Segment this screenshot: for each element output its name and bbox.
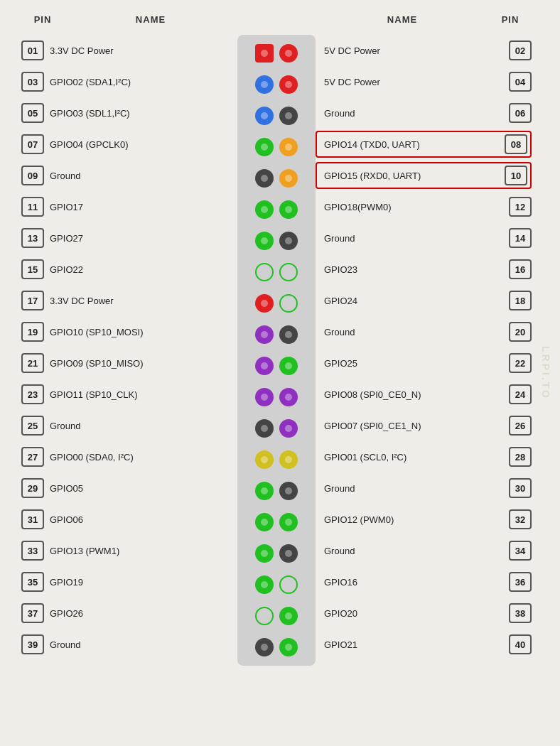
- right-pin-num: 38: [509, 603, 532, 623]
- left-pin-name: GPIO06: [50, 514, 237, 525]
- right-dot-26: [279, 419, 298, 438]
- dot-pair-17: [237, 569, 316, 600]
- dot-pair-8: [237, 288, 316, 319]
- right-dot-12: [279, 200, 298, 219]
- left-pin-name: GPIO13 (PWM1): [50, 546, 237, 556]
- header-name-left: NAME: [64, 14, 237, 25]
- left-pin-row-21: 21 GPIO09 (SP10_MISO): [21, 347, 237, 379]
- dot-pair-4: [237, 163, 316, 194]
- left-pin-row-37: 37 GPIO26: [21, 598, 237, 629]
- right-pin-num: 32: [509, 509, 532, 529]
- right-pin-name: GPIO14 (TXD0, UART): [324, 139, 499, 150]
- right-pin-name: GPIO15 (RXD0, UART): [324, 171, 499, 181]
- right-pin-row-14: Ground 14: [316, 222, 532, 254]
- dot-pair-1: [237, 69, 316, 100]
- right-pin-name: GPIO21: [320, 639, 503, 650]
- right-pin-num: 24: [509, 384, 532, 404]
- right-pin-name: GPIO12 (PWM0): [320, 514, 503, 525]
- left-dot-23: [255, 388, 274, 406]
- right-pin-name: Ground: [320, 483, 503, 494]
- dot-pair-15: [237, 507, 316, 538]
- left-pin-num: 09: [21, 166, 44, 185]
- left-dot-01: [255, 44, 274, 63]
- right-pin-row-08: GPIO14 (TXD0, UART) 08: [316, 129, 532, 160]
- right-pin-row-16: GPIO23 16: [316, 254, 532, 285]
- left-pin-num: 31: [21, 509, 44, 529]
- right-pin-num: 20: [509, 322, 532, 342]
- left-dot-05: [255, 107, 274, 125]
- left-pin-name: Ground: [50, 639, 237, 650]
- right-dot-36: [279, 575, 298, 594]
- left-dot-09: [255, 169, 274, 188]
- right-pin-row-18: GPIO24 18: [316, 285, 532, 316]
- right-pin-row-36: GPIO16 36: [316, 566, 532, 598]
- dot-pair-7: [237, 256, 316, 288]
- left-pin-name: 3.3V DC Power: [50, 45, 237, 56]
- left-pin-row-33: 33 GPIO13 (PWM1): [21, 535, 237, 566]
- right-pin-name: GPIO24: [320, 296, 503, 306]
- left-pin-name: GPIO09 (SP10_MISO): [50, 358, 237, 369]
- left-pin-row-05: 05 GPIO03 (SDL1,I²C): [21, 97, 237, 129]
- left-pin-name: GPIO27: [50, 233, 237, 244]
- left-dot-25: [255, 419, 274, 438]
- highlight-box-10: GPIO15 (RXD0, UART) 10: [316, 162, 532, 189]
- right-pin-row-04: 5V DC Power 04: [316, 66, 532, 97]
- left-pin-num: 13: [21, 228, 44, 248]
- left-pin-row-35: 35 GPIO19: [21, 566, 237, 598]
- right-dot-14: [279, 232, 298, 250]
- right-pin-row-28: GPIO01 (SCL0, I²C) 28: [316, 441, 532, 472]
- left-pin-name: Ground: [50, 421, 237, 431]
- left-pin-num: 07: [21, 134, 44, 154]
- header-pin-left: PIN: [21, 14, 64, 25]
- header-row: PIN NAME NAME PIN: [21, 14, 532, 25]
- left-pin-num: 35: [21, 572, 44, 592]
- left-pin-name: GPIO10 (SP10_MOSI): [50, 327, 237, 337]
- right-pin-row-22: GPIO25 22: [316, 347, 532, 379]
- right-pin-name: Ground: [320, 233, 503, 244]
- left-pin-row-31: 31 GPIO06: [21, 504, 237, 535]
- right-pin-num: 04: [509, 72, 532, 92]
- left-pin-num: 01: [21, 40, 44, 60]
- left-dot-13: [255, 232, 274, 250]
- right-pin-num: 10: [505, 166, 527, 185]
- left-dot-37: [255, 607, 274, 625]
- left-dot-35: [255, 575, 274, 594]
- left-pin-name: GPIO19: [50, 577, 237, 588]
- left-pin-num: 05: [21, 103, 44, 123]
- left-pin-name: 3.3V DC Power: [50, 296, 237, 306]
- left-pin-num: 03: [21, 72, 44, 92]
- dot-pair-6: [237, 225, 316, 256]
- right-dot-06: [279, 107, 298, 125]
- left-pin-num: 27: [21, 447, 44, 467]
- right-pin-name: 5V DC Power: [320, 45, 503, 56]
- right-pin-num: 08: [505, 134, 527, 154]
- right-dot-02: [279, 44, 298, 63]
- right-dot-32: [279, 513, 298, 531]
- left-pin-num: 37: [21, 603, 44, 623]
- left-dot-29: [255, 482, 274, 500]
- dot-pair-18: [237, 600, 316, 632]
- left-pin-num: 19: [21, 322, 44, 342]
- right-pin-row-12: GPIO18(PWM0) 12: [316, 191, 532, 222]
- left-pin-num: 33: [21, 541, 44, 561]
- left-dot-07: [255, 138, 274, 156]
- right-dot-20: [279, 325, 298, 344]
- left-dot-19: [255, 325, 274, 344]
- right-pin-name: GPIO01 (SCL0, I²C): [320, 452, 503, 463]
- pin-table: 01 3.3V DC Power 03 GPIO02 (SDA1,I²C) 05…: [21, 35, 532, 666]
- right-pin-name: 5V DC Power: [320, 77, 503, 87]
- right-dot-24: [279, 388, 298, 406]
- dot-pair-12: [237, 413, 316, 444]
- dot-pair-19: [237, 632, 316, 663]
- left-dot-11: [255, 200, 274, 219]
- header-pin-right: PIN: [489, 14, 532, 25]
- left-pin-name: GPIO02 (SDA1,I²C): [50, 77, 237, 87]
- right-pin-row-38: GPIO20 38: [316, 598, 532, 629]
- dot-pair-14: [237, 475, 316, 507]
- right-pin-num: 22: [509, 353, 532, 373]
- right-pin-num: 06: [509, 103, 532, 123]
- right-pin-num: 30: [509, 478, 532, 498]
- right-dot-30: [279, 482, 298, 500]
- right-pin-num: 26: [509, 416, 532, 436]
- left-pin-name: GPIO22: [50, 264, 237, 275]
